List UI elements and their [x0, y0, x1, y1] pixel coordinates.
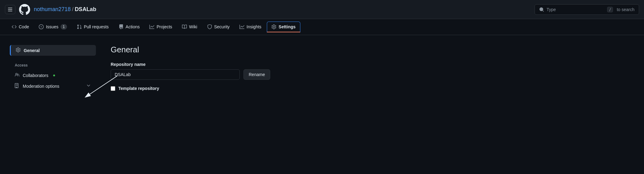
tab-security-label: Security [214, 24, 230, 29]
pr-icon [77, 24, 82, 29]
repo-name[interactable]: DSALab [75, 6, 96, 12]
template-repo-label: Template repository [118, 86, 159, 91]
search-box[interactable]: Type / to search [535, 4, 639, 15]
main-content: General Access Collaborators [0, 35, 644, 91]
sidebar: General Access Collaborators [10, 45, 96, 91]
collaborators-label: Collaborators [23, 73, 48, 78]
repo-title: nothuman2718/DSALab [34, 6, 96, 13]
repo-name-input[interactable] [111, 69, 240, 80]
tab-pull-requests[interactable]: Pull requests [73, 21, 113, 33]
tab-actions-label: Actions [126, 24, 140, 29]
tab-settings-label: Settings [279, 24, 295, 29]
tab-wiki-label: Wiki [189, 24, 197, 29]
actions-icon [119, 24, 124, 29]
sidebar-general-label: General [24, 48, 40, 53]
security-icon [207, 24, 212, 29]
moderation-label: Moderation options [23, 84, 59, 89]
code-icon [12, 24, 17, 29]
topbar-left: nothuman2718/DSALab [5, 4, 531, 15]
tab-projects[interactable]: Projects [145, 21, 176, 33]
search-kbd: / [607, 7, 613, 12]
tab-insights[interactable]: Insights [235, 21, 266, 33]
sidebar-wrapper: General Access Collaborators [10, 45, 111, 91]
tab-settings[interactable]: Settings [267, 22, 300, 32]
repo-name-row: Rename [111, 69, 632, 80]
collaborators-icon [15, 72, 20, 78]
gear-icon [16, 47, 21, 53]
search-suffix: to search [617, 7, 634, 12]
issues-icon [39, 24, 44, 29]
tab-insights-label: Insights [247, 24, 261, 29]
content-area: General Repository name Rename Template … [111, 45, 644, 91]
topbar: nothuman2718/DSALab Type / to search [0, 0, 644, 19]
search-text: Type [547, 7, 556, 12]
tab-issues[interactable]: Issues 1 [34, 21, 71, 33]
sidebar-item-collaborators[interactable]: Collaborators [10, 70, 96, 81]
tab-projects-label: Projects [156, 24, 172, 29]
sidebar-access-section: Access [10, 58, 96, 70]
tab-actions[interactable]: Actions [114, 21, 144, 33]
chevron-down-icon [86, 83, 91, 89]
sidebar-item-general[interactable]: General [10, 45, 96, 56]
projects-icon [149, 24, 154, 29]
hamburger-button[interactable] [5, 5, 15, 14]
template-repo-checkbox[interactable] [111, 86, 115, 91]
settings-gear-icon [271, 24, 276, 29]
template-repo-row: Template repository [111, 86, 632, 91]
sidebar-item-moderation[interactable]: Moderation options [10, 81, 96, 91]
moderation-icon [15, 83, 20, 89]
tab-wiki[interactable]: Wiki [178, 21, 201, 33]
page-title: General [111, 45, 632, 55]
insights-icon [239, 24, 244, 29]
collaborators-dot [53, 75, 55, 76]
search-icon [539, 7, 544, 12]
repo-separator: / [72, 6, 73, 12]
repo-name-label: Repository name [111, 62, 632, 67]
github-logo [19, 4, 30, 15]
tab-issues-label: Issues [46, 24, 58, 29]
repo-tabs: Code Issues 1 Pull requests Actions [0, 19, 644, 35]
tab-security[interactable]: Security [203, 21, 234, 33]
wiki-icon [182, 24, 187, 29]
issues-badge: 1 [61, 24, 67, 30]
tab-code[interactable]: Code [7, 21, 33, 33]
tab-pr-label: Pull requests [84, 24, 109, 29]
repo-owner[interactable]: nothuman2718 [34, 6, 71, 12]
tab-code-label: Code [19, 24, 29, 29]
rename-button[interactable]: Rename [243, 69, 270, 80]
